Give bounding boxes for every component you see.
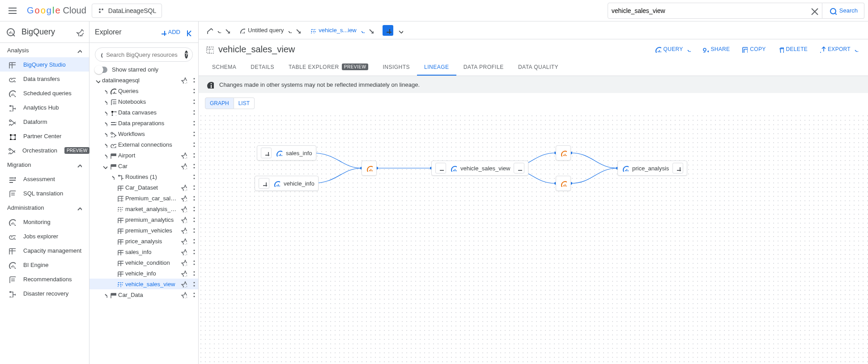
export-button[interactable]: EXPORT (815, 43, 862, 55)
nav-section-header[interactable]: Analysis (0, 43, 89, 57)
nav-item-bi-engine[interactable]: BI Engine (0, 258, 89, 272)
search-button[interactable]: Search (822, 3, 864, 19)
tree-group[interactable]: Workflows (89, 128, 198, 139)
subtab-table-explorer[interactable]: TABLE EXPLORER PREVIEW (281, 59, 375, 76)
share-button[interactable]: SHARE (698, 43, 734, 55)
tree-item-sales_info[interactable]: sales_info (89, 246, 198, 257)
star-icon[interactable] (179, 280, 187, 288)
tree-group[interactable]: Notebooks (89, 96, 198, 107)
expand-icon[interactable] (259, 178, 269, 189)
star-icon[interactable] (179, 205, 187, 212)
star-icon[interactable] (179, 270, 187, 277)
pin-icon[interactable] (76, 28, 84, 36)
tree-dataset-Car_Data[interactable]: Car_Data (89, 289, 198, 300)
global-search[interactable] (608, 3, 822, 19)
more-options-icon[interactable] (188, 227, 196, 234)
nav-item-data-transfers[interactable]: Data transfers (0, 72, 89, 86)
search-help-icon[interactable]: ? (185, 51, 188, 59)
tree-item-vehicle_condition[interactable]: vehicle_condition (89, 257, 198, 268)
tab-vehicle-sales-view[interactable]: vehicle_s...iew (306, 23, 377, 38)
nav-item-jobs-explorer[interactable]: Jobs explorer (0, 229, 89, 243)
lineage-process-node[interactable] (556, 145, 571, 161)
nav-item-orchestration[interactable]: OrchestrationPREVIEW (0, 143, 89, 157)
more-options-icon[interactable] (188, 87, 196, 94)
google-cloud-logo[interactable]: Google Cloud (27, 5, 86, 16)
star-icon[interactable] (179, 248, 187, 255)
star-icon[interactable] (179, 184, 187, 191)
lineage-canvas[interactable]: sales_info vehicle_info vehicle_sales_vi… (199, 114, 868, 364)
tree-item-market_analysis_view[interactable]: market_analysis_view (89, 203, 198, 214)
star-icon[interactable] (179, 291, 187, 298)
nav-item-bigquery-studio[interactable]: BigQuery Studio (0, 57, 89, 72)
star-icon[interactable] (179, 76, 187, 84)
delete-button[interactable]: DELETE (773, 43, 811, 55)
nav-item-scheduled-queries[interactable]: Scheduled queries (0, 86, 89, 100)
star-icon[interactable] (179, 152, 187, 159)
explorer-search-input[interactable] (106, 51, 181, 58)
more-options-icon[interactable] (188, 130, 196, 137)
new-tab-dropdown[interactable] (397, 27, 403, 34)
more-options-icon[interactable] (188, 270, 196, 277)
nav-item-capacity-management[interactable]: Capacity management (0, 243, 89, 258)
nav-item-assessment[interactable]: Assessment (0, 172, 89, 186)
lineage-node-vehicle-sales-view[interactable]: vehicle_sales_view (431, 161, 528, 176)
more-options-icon[interactable] (188, 237, 196, 245)
clear-icon[interactable] (809, 6, 818, 15)
list-view-toggle[interactable]: LIST (234, 97, 255, 109)
nav-item-disaster-recovery[interactable]: Disaster recovery (0, 286, 89, 301)
starred-toggle[interactable] (96, 67, 107, 73)
graph-view-toggle[interactable]: GRAPH (205, 97, 234, 109)
lineage-node-sales-info[interactable]: sales_info (257, 145, 316, 161)
close-icon[interactable] (367, 27, 374, 34)
project-selector[interactable]: DataLineageSQL (92, 4, 162, 18)
nav-section-header[interactable]: Migration (0, 157, 89, 172)
subtab-lineage[interactable]: LINEAGE (417, 59, 456, 76)
star-icon[interactable] (179, 216, 187, 223)
more-options-icon[interactable] (188, 162, 196, 169)
explorer-add-button[interactable]: ADD (159, 29, 180, 36)
more-options-icon[interactable] (188, 184, 196, 191)
nav-section-header[interactable]: Administration (0, 200, 89, 215)
more-options-icon[interactable] (188, 119, 196, 127)
star-icon[interactable] (179, 237, 187, 245)
more-options-icon[interactable] (188, 248, 196, 255)
copy-button[interactable]: COPY (737, 43, 769, 55)
tree-item-price_analysis[interactable]: price_analysis (89, 236, 198, 246)
subtab-data-profile[interactable]: DATA PROFILE (456, 59, 511, 76)
nav-item-partner-center[interactable]: Partner Center (0, 129, 89, 143)
more-options-icon[interactable] (188, 195, 196, 202)
hamburger-menu[interactable] (4, 2, 21, 20)
new-tab-button[interactable] (383, 25, 393, 36)
collapse-explorer-icon[interactable] (185, 28, 193, 36)
subtab-details[interactable]: DETAILS (243, 59, 281, 76)
more-options-icon[interactable] (188, 141, 196, 148)
star-icon[interactable] (179, 259, 187, 266)
more-options-icon[interactable] (188, 205, 196, 212)
nav-item-dataform[interactable]: Dataform (0, 114, 89, 129)
query-button[interactable]: QUERY (651, 43, 694, 55)
more-options-icon[interactable] (188, 291, 196, 298)
tree-dataset-Car[interactable]: Car (89, 161, 198, 171)
lineage-node-vehicle-info[interactable]: vehicle_info (255, 176, 319, 191)
tree-item-Routines (1)[interactable]: Routines (1) (89, 171, 198, 182)
tree-dataset-Airport[interactable]: Airport (89, 150, 198, 161)
tree-item-vehicle_sales_view[interactable]: vehicle_sales_view (89, 279, 198, 289)
tab-untitled-query[interactable]: Untitled query (235, 23, 304, 38)
star-icon[interactable] (179, 195, 187, 202)
expand-icon[interactable] (672, 163, 683, 174)
lineage-node-price-analysis[interactable]: price_analysis (617, 161, 687, 176)
tree-item-Car_Dataset[interactable]: Car_Dataset (89, 182, 198, 193)
tree-group[interactable]: Queries (89, 85, 198, 96)
more-options-icon[interactable] (188, 152, 196, 159)
lineage-process-node[interactable] (556, 176, 571, 191)
nav-item-monitoring[interactable]: Monitoring (0, 215, 89, 229)
more-options-icon[interactable] (188, 280, 196, 288)
home-tab[interactable] (202, 23, 234, 38)
explorer-search[interactable]: ? (95, 47, 193, 62)
more-options-icon[interactable] (188, 173, 196, 180)
collapse-icon[interactable] (435, 163, 446, 174)
close-icon[interactable] (294, 27, 301, 34)
more-options-icon[interactable] (188, 259, 196, 266)
tree-item-Premium_car_sales_su...[interactable]: Premium_car_sales_su... (89, 193, 198, 203)
tree-item-vehicle_info[interactable]: vehicle_info (89, 268, 198, 279)
